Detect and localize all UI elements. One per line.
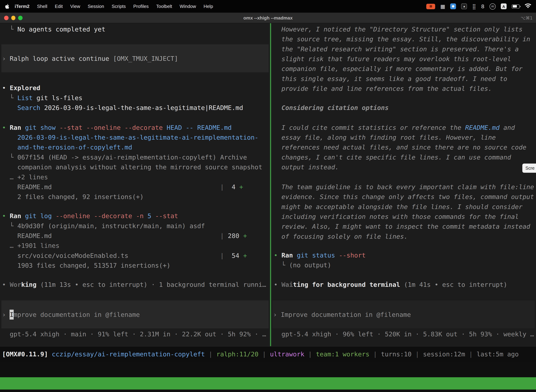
left-pane[interactable]: └ No agents completed yet › Ralph loop a… (0, 23, 270, 346)
thinking-line: the "Related research writing" section i… (274, 44, 519, 54)
omx-status-bar: [OMX#0.11.9] cczip/essay/ai-reimplementa… (0, 346, 536, 362)
window-shortcut: ⌥⌘1 (521, 13, 533, 23)
inject-banner[interactable]: › Ralph loop active continue [OMX_TMUX_I… (1, 44, 269, 72)
commit-line: └ 067f154 (HEAD -> essay/ai-reimplementa… (2, 152, 247, 162)
diffstat-summary: 2 files changed, 92 insertions(+) (2, 192, 144, 202)
right-pane[interactable]: However, I noticed the "Directory Struct… (271, 23, 536, 346)
terminal-area: └ No agents completed yet › Ralph loop a… (0, 23, 536, 346)
thinking-line: of focusing solely on file lines. (274, 232, 408, 241)
app-grid-icon[interactable]: ⣿ (472, 4, 476, 9)
omx-mode-badge: ultrawork (270, 350, 304, 358)
model-status-line-right: gpt-5.4 xhigh · 96% left · 520K in · 5.8… (274, 329, 534, 339)
waiting-status-line: • Waiting for background terminal (1m 41… (274, 280, 507, 289)
menu-item-window[interactable]: Window (176, 4, 200, 9)
menu-item-iterm2[interactable]: iTerm2 (11, 4, 33, 9)
log-diffstat-line1: README.md| 280 + (2, 231, 247, 241)
working-status-line: • Working (11m 13s • esc to interrupt) ·… (2, 280, 266, 289)
ran-git-status-entry: • Ran git status --short (274, 250, 366, 260)
menu-status-icons: ▦ ▲ ⣿ 8 .61 A (426, 3, 531, 9)
thinking-line: references need actual files, and since … (274, 142, 526, 152)
no-output-line: └ (no output) (274, 260, 331, 270)
prompt-input-right[interactable]: › Improve documentation in @filename (273, 300, 535, 328)
thinking-line: The team guideline is to back every impo… (274, 182, 534, 192)
ran-git-show-entry: • Ran git show --stat --oneline --decora… (2, 123, 232, 132)
menu-bar: iTerm2 Shell Edit View Session Scripts P… (0, 0, 536, 13)
log-more-lines: … +1901 lines (2, 241, 59, 250)
thinking-line: including verification notes with those … (274, 212, 519, 221)
omx-turns: turns:10 (381, 350, 412, 358)
battery-gauge-icon[interactable]: .61 (490, 3, 496, 9)
essay-filename-line1: 2026-03-09-is-legal-the-same-as-legitima… (2, 132, 258, 142)
screen-recording-indicator[interactable] (426, 4, 436, 9)
omx-version: [OMX#0.11.9] (2, 350, 48, 358)
prompt-input-left[interactable]: › Improve documentation in @filename (1, 300, 269, 328)
apple-menu-icon[interactable] (5, 3, 10, 9)
thinking-heading: Considering citation options (274, 103, 389, 112)
thinking-line: evidence. Since this change only affects… (274, 192, 534, 202)
history-line: └ No agents completed yet (2, 24, 105, 34)
text-cursor: I (10, 309, 14, 319)
menu-item-view[interactable]: View (67, 4, 84, 9)
essay-filename-line2: and-the-erosion-of-copyleft.md (2, 142, 132, 152)
tmux-status-bar: [omx-cczip0:bash* "MacBook-Pro-44.local"… (0, 377, 536, 390)
tmux-session-name[interactable]: [omx-cczip0:bash* (2, 390, 67, 392)
thinking-line: output instead. (274, 162, 339, 172)
keyboard-icon[interactable]: ▦ (440, 4, 445, 9)
input-source-icon[interactable]: A (501, 3, 507, 9)
thinking-line: companion file, especially if more comme… (274, 64, 522, 74)
commit-line-cont: companion analysis without altering the … (2, 162, 262, 172)
explored-list-line: └ List git ls-files (2, 93, 82, 103)
thinking-line: review. Also, I might want to inspect th… (274, 222, 530, 232)
thinking-line: this single essay, it seems like a good … (274, 74, 507, 84)
omx-team-counter: team:1 workers (316, 350, 369, 358)
battery-icon[interactable] (512, 4, 520, 8)
menu-item-scripts[interactable]: Scripts (108, 4, 129, 9)
thinking-line: essay file, along with finding root file… (274, 132, 496, 142)
thinking-line: provide file and line references from th… (274, 84, 492, 93)
menu-item-session[interactable]: Session (84, 4, 108, 9)
omx-branch-path: cczip/essay/ai-reimplementation-copyleft (48, 350, 205, 358)
menu-item-toolbelt[interactable]: Toolbelt (153, 4, 176, 9)
log-commit-line: └ 4b9d30f (origin/main, instructkr/main,… (2, 221, 205, 231)
thinking-line: might be acceptable alongside the file l… (274, 202, 522, 212)
explored-search-line: Search 2026-03-09-is-legal-the-same-as-l… (2, 103, 243, 112)
dark-app-icon[interactable]: ▲ (461, 3, 467, 9)
window-title: omx --xhigh --madmax (0, 13, 536, 23)
window-titlebar[interactable]: omx --xhigh --madmax ⌥⌘1 (0, 13, 536, 23)
ran-git-log-entry: • Ran git log --oneline --decorate -n 5 … (2, 211, 178, 221)
blue-app-icon[interactable] (450, 3, 456, 9)
readme-link: README.md (465, 124, 500, 131)
thinking-line: I could cite commit statistics or refere… (274, 123, 515, 132)
model-status-line-left: gpt-5.4 xhigh · main · 91% left · 2.31M … (2, 329, 266, 339)
menu-item-profiles[interactable]: Profiles (129, 4, 153, 9)
thinking-line: changes, I can't cite specific file line… (274, 152, 511, 162)
thinking-line: the source tree, missing the essay. Stil… (274, 34, 530, 44)
log-diffstat-line2: src/voice/voiceModeEnabled.ts| 54 + (2, 251, 247, 261)
thinking-line: However, I noticed the "Directory Struct… (274, 24, 522, 34)
omx-last-activity: last:5m ago (477, 350, 519, 358)
wifi-icon[interactable] (525, 3, 531, 9)
more-lines-indicator: … +2 lines (2, 172, 48, 182)
digit-app-icon[interactable]: 8 (481, 4, 484, 9)
diffstat-line: README.md| 4 + (2, 182, 243, 192)
thinking-line: slight risk that future readers may over… (274, 54, 511, 64)
omx-session-time: session:12m (423, 350, 465, 358)
menu-item-help[interactable]: Help (200, 4, 217, 9)
omx-ralph-counter: ralph:11/20 (216, 350, 258, 358)
explored-entry: • Explored (2, 83, 40, 93)
menu-item-edit[interactable]: Edit (51, 4, 67, 9)
screen-share-button[interactable]: Scre (522, 163, 536, 173)
screen: iTerm2 Shell Edit View Session Scripts P… (0, 0, 536, 392)
menu-item-shell[interactable]: Shell (33, 4, 51, 9)
log-diffstat-summary: 1903 files changed, 513517 insertions(+) (2, 261, 170, 270)
